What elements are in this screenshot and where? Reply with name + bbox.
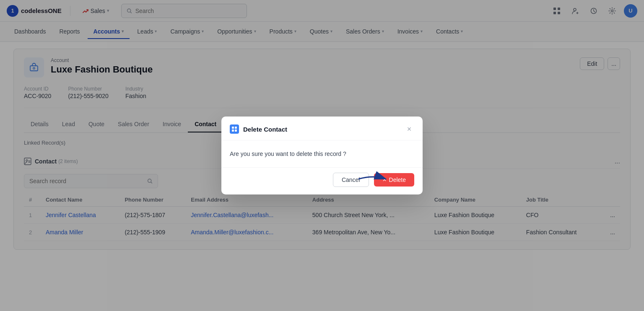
modal-delete-button[interactable]: ✕ Delete (374, 173, 414, 187)
svg-rect-13 (232, 127, 234, 129)
modal-title: Delete Contact (243, 126, 287, 133)
modal-title-area: Delete Contact (230, 124, 287, 134)
modal-cancel-button[interactable]: Cancel (333, 173, 369, 187)
svg-rect-14 (235, 127, 237, 129)
modal-header: Delete Contact × (221, 117, 423, 140)
modal-overlay: Delete Contact × Are you sure you want t… (0, 0, 644, 311)
modal-header-icon (230, 124, 239, 134)
modal-close-button[interactable]: × (404, 124, 414, 134)
modal-footer: Cancel ✕ Delete (221, 167, 423, 194)
delete-contact-modal: Delete Contact × Are you sure you want t… (221, 117, 423, 194)
modal-message: Are you sure you want to delete this rec… (230, 150, 414, 157)
svg-rect-16 (235, 130, 237, 132)
modal-body: Are you sure you want to delete this rec… (221, 140, 423, 167)
svg-rect-15 (232, 130, 234, 132)
delete-icon: ✕ (382, 177, 387, 183)
delete-label: Delete (389, 176, 406, 183)
